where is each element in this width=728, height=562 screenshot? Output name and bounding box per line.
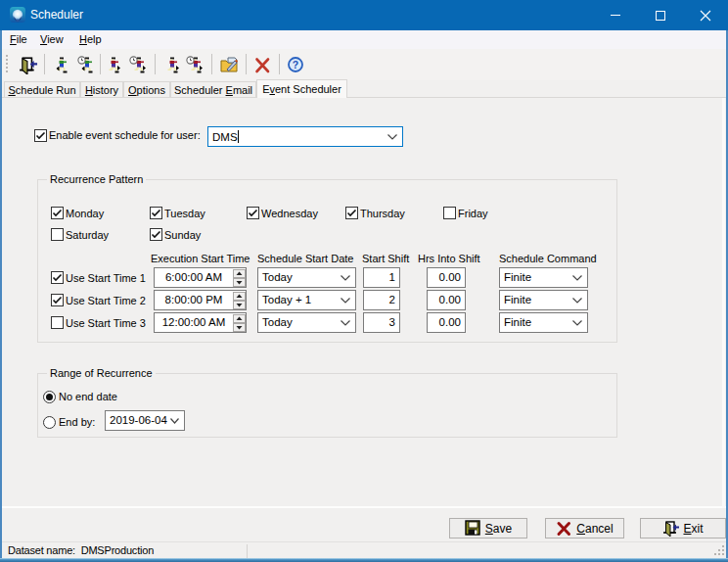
svg-text:?: ? xyxy=(293,59,298,70)
